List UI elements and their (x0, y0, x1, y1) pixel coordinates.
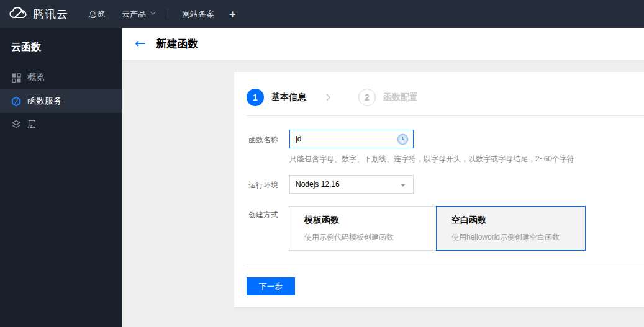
chevron-right-icon (325, 93, 331, 102)
add-tab-icon[interactable]: + (229, 9, 236, 20)
divider (247, 115, 644, 116)
tencent-cloud-console: 腾讯云 总览 云产品 网站备案 + 云函数 概览 (0, 0, 644, 327)
sidebar-item-label: 层 (27, 119, 36, 130)
nav-divider (168, 9, 168, 19)
creation-method-label: 创建方式 (248, 210, 278, 220)
sidebar-item-label: 概览 (27, 72, 45, 83)
card-description: 使用helloworld示例创建空白函数 (451, 232, 585, 243)
sidebar: 云函数 概览 (0, 28, 122, 327)
card-description: 使用示例代码模板创建函数 (304, 232, 436, 243)
create-function-panel: 1 基本信息 2 函数配置 函数名称 jd (234, 72, 644, 307)
layers-icon (11, 120, 21, 130)
runtime-label: 运行环境 (248, 180, 278, 190)
divider (247, 264, 644, 264)
step-indicator: 1 基本信息 2 函数配置 (247, 89, 418, 106)
function-name-help: 只能包含字母、数字、下划线、连字符，以字母开头，以数字或字母结尾，2~60个字符 (289, 154, 574, 164)
brand-name: 腾讯云 (33, 7, 68, 22)
clock-icon[interactable] (397, 133, 409, 147)
step-2-label: 函数配置 (383, 92, 418, 103)
page-title: 新建函数 (156, 37, 199, 51)
runtime-select[interactable]: Nodejs 12.16 (289, 175, 414, 194)
nav-item-cloud-products[interactable]: 云产品 (122, 9, 154, 20)
sidebar-item-label: 函数服务 (27, 96, 62, 107)
step-2-circle: 2 (358, 89, 376, 106)
page-header: ← 新建函数 (122, 28, 644, 60)
nav-item-cloud-products-label: 云产品 (122, 9, 146, 20)
grid-icon (11, 73, 21, 83)
card-blank-function[interactable]: 空白函数 使用helloworld示例创建空白函数 (436, 206, 586, 251)
card-title: 模板函数 (304, 215, 436, 226)
function-name-label: 函数名称 (248, 135, 278, 145)
card-template-function[interactable]: 模板函数 使用示例代码模板创建函数 (289, 206, 437, 251)
function-name-value: jd (296, 135, 301, 143)
nav-item-website-filing[interactable]: 网站备案 (182, 9, 214, 20)
next-step-button[interactable]: 下一步 (247, 277, 295, 295)
top-nav-bar: 腾讯云 总览 云产品 网站备案 + (0, 0, 644, 28)
main-area: ← 新建函数 1 基本信息 2 函数配置 函数名称 jd (122, 28, 644, 327)
runtime-selected-value: Nodejs 12.16 (296, 180, 340, 189)
sidebar-item-overview[interactable]: 概览 (0, 66, 122, 89)
step-1-circle: 1 (247, 89, 264, 106)
sidebar-title: 云函数 (0, 28, 122, 54)
tencent-cloud-logo[interactable]: 腾讯云 (9, 6, 68, 22)
sidebar-item-layers[interactable]: 层 (0, 113, 122, 137)
function-name-input[interactable]: jd (289, 130, 414, 148)
hexagon-function-icon (11, 96, 21, 106)
nav-item-overview[interactable]: 总览 (89, 9, 105, 20)
sidebar-item-function-service[interactable]: 函数服务 (0, 89, 122, 113)
back-arrow-icon[interactable]: ← (135, 37, 146, 50)
creation-method-cards: 模板函数 使用示例代码模板创建函数 空白函数 使用helloworld示例创建空… (289, 206, 586, 251)
text-cursor (302, 135, 302, 143)
chevron-down-icon (150, 9, 155, 14)
card-title: 空白函数 (451, 215, 585, 226)
select-caret-icon (401, 184, 406, 187)
step-1-label: 基本信息 (271, 92, 306, 103)
cloud-logo-icon (9, 6, 27, 22)
